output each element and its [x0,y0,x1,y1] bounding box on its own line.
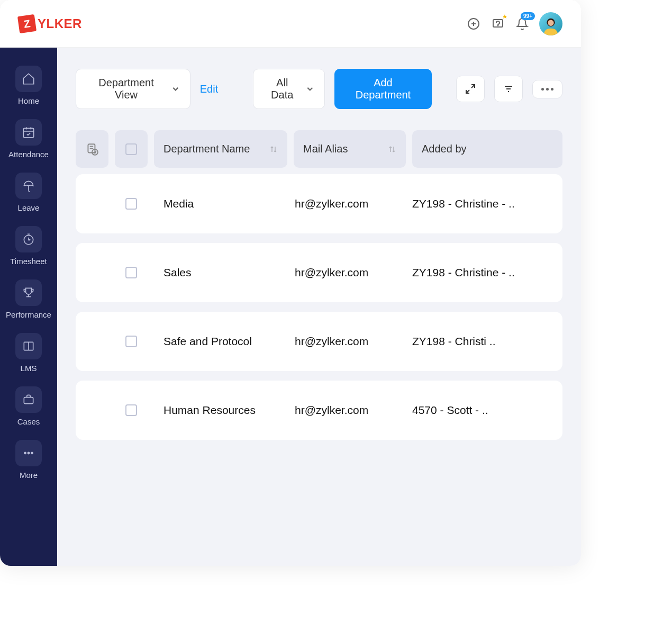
sidebar-item-label: Leave [18,203,40,212]
avatar[interactable] [539,12,562,35]
sidebar-item-performance[interactable]: Performance [0,277,57,321]
trophy-icon [22,286,35,300]
sidebar-item-label: Timesheet [10,257,47,266]
row-checkbox[interactable] [125,336,137,347]
column-label: Department Name [164,143,250,155]
expand-button[interactable] [456,76,485,102]
sidebar-item-label: Cases [17,417,40,426]
sidebar-item-lms[interactable]: LMS [0,331,57,375]
sidebar: Home Attendance Leave Timesheet Performa… [0,48,57,566]
column-header-name[interactable]: Department Name [154,130,287,168]
cell-name: Safe and Protocol [154,335,287,348]
sort-icon [388,145,396,154]
sidebar-item-label: More [20,471,38,480]
filter-button[interactable] [494,76,523,102]
sidebar-item-leave[interactable]: Leave [0,170,57,214]
svg-point-22 [28,452,29,454]
view-selector[interactable]: Department View [76,69,190,109]
column-label: Added by [422,143,467,155]
data-filter-label: All Data [264,77,300,101]
logo-badge: Z [17,14,37,33]
view-selector-label: Department View [87,77,166,101]
header-actions: 99+ [466,12,562,35]
cell-mail: hr@zylker.com [294,335,406,348]
cell-added: ZY198 - Christine - .. [412,266,562,279]
filter-icon [503,84,514,94]
add-department-button[interactable]: Add Department [334,69,432,109]
svg-point-6 [548,20,553,25]
sort-icon [269,145,278,154]
svg-rect-7 [23,128,34,137]
add-icon[interactable] [466,16,481,31]
table-row[interactable]: Sales hr@zylker.com ZY198 - Christine - … [76,243,562,302]
svg-point-23 [31,452,33,454]
book-icon [22,339,35,353]
column-header-mail[interactable]: Mail Alias [294,130,406,168]
sidebar-item-label: Attendance [8,150,49,159]
logo-text: YLKER [38,16,82,31]
departments-table: Department Name Mail Alias Added by Medi… [76,130,562,440]
content-area: Department View Edit All Data Add Depart… [57,48,581,566]
cell-mail: hr@zylker.com [294,266,406,279]
table-row[interactable]: Media hr@zylker.com ZY198 - Christine - … [76,174,562,233]
chevron-down-icon [172,85,179,93]
expand-icon [465,84,476,94]
top-header: Z YLKER 99+ [0,0,581,48]
toolbar: Department View Edit All Data Add Depart… [76,69,562,109]
chevron-down-icon [306,85,314,93]
data-filter[interactable]: All Data [253,69,325,109]
sidebar-item-cases[interactable]: Cases [0,384,57,428]
edit-link[interactable]: Edit [200,83,218,95]
svg-point-4 [498,25,498,25]
cell-added: ZY198 - Christi .. [412,335,562,348]
cell-name: Sales [154,266,287,279]
umbrella-icon [22,179,35,193]
cell-added: ZY198 - Christine - .. [412,197,562,210]
home-icon [22,72,35,86]
svg-rect-20 [24,398,33,404]
column-header-added[interactable]: Added by [412,130,562,168]
sidebar-item-more[interactable]: More [0,438,57,482]
notifications-icon[interactable]: 99+ [515,16,530,31]
table-row[interactable]: Human Resources hr@zylker.com 4570 - Sco… [76,381,562,440]
cell-name: Human Resources [154,404,287,417]
timer-icon [22,232,35,246]
more-icon [541,88,553,91]
cell-name: Media [154,197,287,210]
sidebar-item-timesheet[interactable]: Timesheet [0,224,57,268]
column-label: Mail Alias [303,143,348,155]
bulk-action-icon[interactable] [76,130,108,168]
sidebar-item-home[interactable]: Home [0,64,57,107]
table-header: Department Name Mail Alias Added by [76,130,562,168]
table-row[interactable]: Safe and Protocol hr@zylker.com ZY198 - … [76,312,562,371]
select-all-checkbox[interactable] [125,143,137,155]
more-options-button[interactable] [532,80,562,98]
row-checkbox[interactable] [125,267,137,278]
logo[interactable]: Z YLKER [19,15,82,32]
help-icon[interactable] [491,16,505,31]
cell-added: 4570 - Scott - .. [412,404,562,417]
calendar-icon [22,125,35,139]
sidebar-item-label: Performance [6,310,51,319]
cell-mail: hr@zylker.com [294,404,406,417]
cell-mail: hr@zylker.com [294,197,406,210]
sidebar-item-label: LMS [21,364,37,373]
more-icon [22,446,35,460]
notification-badge: 99+ [521,12,535,20]
select-all-column [115,130,148,168]
sidebar-item-label: Home [18,96,39,105]
svg-marker-15 [29,239,31,241]
sidebar-item-attendance[interactable]: Attendance [0,117,57,161]
briefcase-icon [22,393,35,407]
row-checkbox[interactable] [125,404,137,416]
svg-point-21 [24,452,26,454]
row-checkbox[interactable] [125,198,137,210]
